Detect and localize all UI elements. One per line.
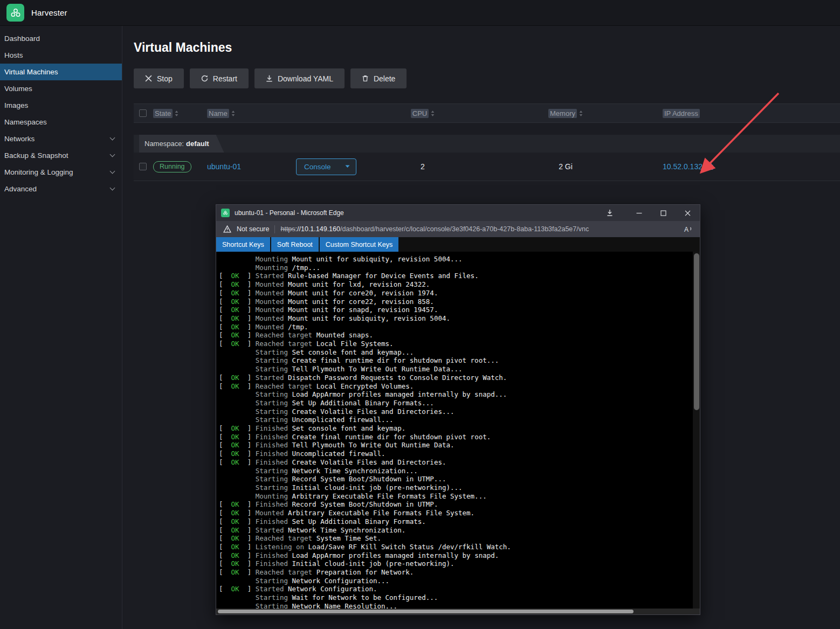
maximize-button[interactable] — [651, 205, 676, 221]
console-line: Starting Network Time Synchronization... — [219, 467, 692, 475]
sidebar-item-label: Networks — [4, 135, 35, 143]
sidebar-item-hosts[interactable]: Hosts — [0, 47, 122, 64]
sidebar-item-volumes[interactable]: Volumes — [0, 80, 122, 97]
security-label: Not secure — [237, 225, 269, 233]
sidebar-item-label: Namespaces — [4, 118, 47, 126]
console-line: [ OK ] Mounted Arbitrary Executable File… — [219, 509, 692, 517]
chevron-down-icon — [110, 135, 115, 141]
sort-icon — [175, 110, 178, 116]
download-yaml-label: Download YAML — [278, 74, 333, 83]
vnc-toolbar-button-custom-shortcut-keys[interactable]: Custom Shortcut Keys — [320, 237, 398, 252]
chevron-down-icon — [110, 152, 115, 157]
restart-label: Restart — [213, 74, 237, 83]
console-line: Starting Tell Plymouth To Write Out Runt… — [219, 365, 692, 374]
sidebar-nav: DashboardHostsVirtual MachinesVolumesIma… — [0, 26, 122, 629]
downloads-icon[interactable] — [597, 205, 622, 221]
edge-window: ubuntu-01 - Personal - Microsoft Edge No… — [216, 204, 700, 615]
divider — [274, 225, 275, 233]
console-line: Starting Network Name Resolution... — [219, 602, 692, 609]
cpu-header-label: CPU — [411, 109, 429, 118]
harvester-logo-icon — [6, 4, 24, 22]
console-line: [ OK ] Finished Load AppArmor profiles m… — [219, 551, 692, 560]
sidebar-item-advanced[interactable]: Advanced — [0, 181, 122, 197]
console-line: [ OK ] Reached target Local Encrypted Vo… — [219, 382, 692, 391]
console-line: [ OK ] Finished Set Up Additional Binary… — [219, 517, 692, 526]
url-path: /dashboard/harvester/c/local/console/3e3… — [340, 225, 589, 233]
sidebar-item-label: Advanced — [4, 185, 37, 193]
console-line: [ OK ] Finished Tell Plymouth To Write O… — [219, 441, 692, 450]
column-header-cpu[interactable]: CPU — [377, 109, 469, 118]
cpu-value: 2 — [377, 162, 469, 171]
trash-icon — [362, 75, 369, 82]
console-line: Starting Set Up Additional Binary Format… — [219, 399, 692, 407]
console-line: Mounting /tmp... — [219, 264, 692, 272]
namespace-group-row: Namespace: default — [134, 135, 840, 153]
select-all-checkbox[interactable] — [139, 109, 147, 117]
console-line: [ OK ] Mounted Mount unit for lxd, revis… — [219, 280, 692, 289]
vm-table: State Name CPU Memory IP Address Nam — [134, 103, 840, 181]
close-button[interactable] — [676, 205, 700, 221]
namespace-value: default — [186, 140, 209, 148]
address-bar[interactable]: Not secure https://10.1.149.160/dashboar… — [216, 221, 700, 237]
console-line: [ OK ] Finished Record System Boot/Shutd… — [219, 500, 692, 509]
url-scheme: https — [280, 225, 295, 233]
console-line: [ OK ] Mounted Mount unit for core20, re… — [219, 289, 692, 298]
column-header-state[interactable]: State — [153, 109, 207, 118]
chevron-down-icon — [345, 165, 350, 168]
sidebar-item-monitoring-logging[interactable]: Monitoring & Logging — [0, 164, 122, 181]
vnc-toolbar-button-shortcut-keys[interactable]: Shortcut Keys — [216, 237, 270, 252]
horizontal-scrollbar-thumb[interactable] — [218, 610, 634, 613]
row-checkbox[interactable] — [139, 163, 147, 170]
vm-name-link[interactable]: ubuntu-01 — [207, 162, 241, 171]
delete-button[interactable]: Delete — [350, 68, 407, 88]
name-header-label: Name — [207, 109, 229, 118]
sidebar-item-virtual-machines[interactable]: Virtual Machines — [0, 64, 122, 80]
download-yaml-button[interactable]: Download YAML — [254, 68, 345, 88]
url-host: ://10.1.149.160 — [295, 225, 340, 233]
sidebar-item-backup-snapshot[interactable]: Backup & Snapshot — [0, 147, 122, 164]
edge-title-bar[interactable]: ubuntu-01 - Personal - Microsoft Edge — [216, 205, 700, 221]
vertical-scrollbar-thumb[interactable] — [694, 253, 699, 410]
console-line: [ OK ] Finished Create Volatile Files an… — [219, 458, 692, 467]
sort-icon — [231, 110, 235, 116]
sidebar-item-dashboard[interactable]: Dashboard — [0, 30, 122, 47]
console-screen[interactable]: Mounting Mount unit for subiquity, revis… — [216, 252, 700, 609]
console-line: [ OK ] Reached target Preparation for Ne… — [219, 568, 692, 577]
chevron-down-icon — [110, 185, 115, 191]
sidebar-item-namespaces[interactable]: Namespaces — [0, 114, 122, 130]
sidebar-item-label: Images — [4, 101, 28, 109]
copy-icon[interactable] — [706, 163, 714, 170]
sidebar-item-networks[interactable]: Networks — [0, 130, 122, 147]
column-header-name[interactable]: Name — [207, 109, 296, 118]
read-aloud-icon[interactable]: A — [684, 225, 693, 233]
restart-button[interactable]: Restart — [190, 68, 249, 88]
console-line: [ OK ] Started Rule-based Manager for De… — [219, 272, 692, 280]
window-controls — [597, 205, 700, 221]
vnc-toolbar-button-soft-reboot[interactable]: Soft Reboot — [271, 237, 319, 252]
vertical-scrollbar[interactable] — [693, 252, 700, 609]
sidebar-item-label: Hosts — [4, 51, 23, 59]
stop-label: Stop — [157, 74, 173, 83]
console-dropdown-button[interactable]: Console — [296, 158, 356, 175]
stop-button[interactable]: Stop — [134, 68, 184, 88]
minimize-button[interactable] — [627, 205, 651, 221]
column-header-memory[interactable]: Memory — [469, 109, 663, 118]
console-button-label: Console — [304, 163, 331, 171]
column-header-ip-address[interactable]: IP Address — [663, 109, 840, 118]
console-line: [ OK ] Mounted Mount unit for snapd, rev… — [219, 306, 692, 314]
ip-header-label: IP Address — [663, 109, 700, 118]
horizontal-scrollbar[interactable] — [216, 609, 700, 614]
x-icon — [145, 75, 152, 82]
console-line: [ OK ] Reached target System Time Set. — [219, 534, 692, 543]
console-line: [ OK ] Started Network Time Synchronizat… — [219, 526, 692, 535]
sidebar-item-images[interactable]: Images — [0, 97, 122, 114]
delete-label: Delete — [374, 74, 395, 83]
sidebar-item-label: Volumes — [4, 85, 32, 93]
sidebar-item-label: Dashboard — [4, 34, 40, 43]
console-line: [ OK ] Finished Create final runtime dir… — [219, 433, 692, 441]
url-text: https://10.1.149.160/dashboard/harvester… — [280, 225, 589, 233]
namespace-group-tab: Namespace: default — [139, 135, 224, 153]
console-line: [ OK ] Reached target Local File Systems… — [219, 340, 692, 348]
console-line: Starting Network Configuration... — [219, 577, 692, 585]
vnc-toolbar: Shortcut KeysSoft RebootCustom Shortcut … — [216, 237, 700, 252]
